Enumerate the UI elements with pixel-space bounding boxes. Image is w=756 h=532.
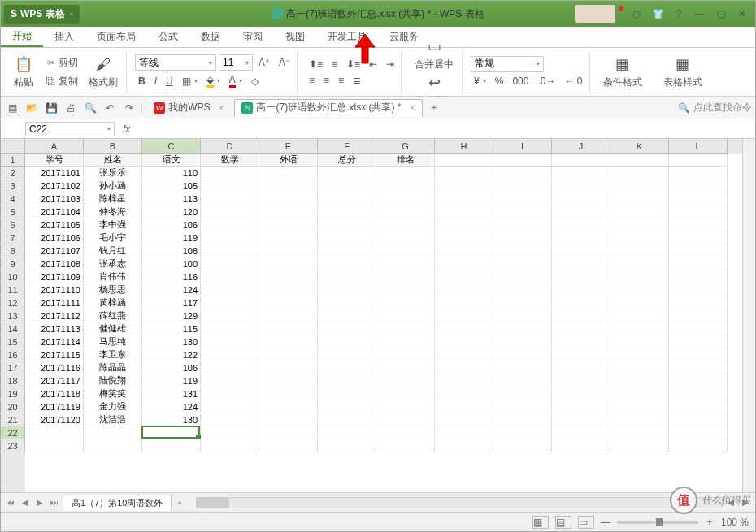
cell[interactable]	[493, 322, 552, 335]
sync-icon[interactable]: ◷	[627, 6, 646, 22]
last-sheet-button[interactable]: ⏭	[48, 496, 61, 509]
cell[interactable]	[552, 335, 610, 348]
cell[interactable]	[669, 192, 728, 205]
cell[interactable]	[201, 270, 259, 283]
cell[interactable]	[259, 192, 318, 205]
cell[interactable]	[318, 400, 376, 413]
cell[interactable]	[259, 167, 318, 179]
cell[interactable]: 总分	[318, 154, 376, 167]
cell[interactable]	[493, 348, 552, 361]
cell[interactable]: 106	[142, 218, 201, 231]
cell[interactable]	[669, 154, 728, 167]
cell[interactable]: 131	[142, 387, 201, 400]
row-header-11[interactable]: 11	[1, 283, 25, 296]
cell[interactable]	[552, 192, 610, 205]
help-icon[interactable]: ?	[669, 6, 689, 22]
cell[interactable]	[435, 270, 493, 283]
row-header-8[interactable]: 8	[1, 244, 25, 257]
cell[interactable]: 120	[142, 205, 201, 218]
merge-center-button[interactable]: ▭合并居中	[410, 37, 458, 71]
cell[interactable]	[259, 179, 318, 192]
copy-button[interactable]: ⿻复制	[41, 73, 81, 90]
row-header-12[interactable]: 12	[1, 296, 25, 309]
align-center-button[interactable]: ≡	[320, 73, 332, 88]
cell[interactable]	[552, 426, 610, 439]
percent-button[interactable]: %	[492, 74, 507, 89]
row-header-3[interactable]: 3	[1, 179, 25, 192]
cell[interactable]	[435, 257, 493, 270]
cell[interactable]	[435, 218, 493, 231]
cell[interactable]	[493, 309, 552, 322]
cell[interactable]	[318, 179, 376, 192]
cell[interactable]	[552, 361, 610, 374]
row-header-5[interactable]: 5	[1, 205, 25, 218]
underline-button[interactable]: U	[163, 74, 176, 89]
maximize-button[interactable]: ▢	[711, 6, 731, 22]
cell[interactable]	[669, 205, 728, 218]
cell[interactable]	[84, 426, 142, 439]
cell[interactable]	[259, 257, 318, 270]
cell[interactable]	[376, 296, 435, 309]
cell[interactable]	[493, 374, 552, 387]
col-header-A[interactable]: A	[25, 139, 84, 154]
row-header-9[interactable]: 9	[1, 257, 25, 270]
horizontal-scrollbar[interactable]	[196, 497, 723, 508]
row-header-6[interactable]: 6	[1, 218, 25, 231]
cell[interactable]	[435, 322, 493, 335]
cell[interactable]: 117	[142, 296, 201, 309]
cell[interactable]	[201, 335, 259, 348]
menu-插入[interactable]: 插入	[43, 27, 85, 47]
row-header-15[interactable]: 15	[1, 335, 25, 348]
cell[interactable]	[552, 167, 610, 179]
select-all-corner[interactable]	[1, 139, 25, 154]
cell[interactable]	[318, 348, 376, 361]
cell[interactable]	[435, 309, 493, 322]
cell[interactable]: 张承志	[84, 257, 142, 270]
cell[interactable]	[610, 296, 669, 309]
cell[interactable]	[493, 179, 552, 192]
cell[interactable]	[493, 283, 552, 296]
cell[interactable]	[669, 167, 728, 179]
cell[interactable]	[201, 218, 259, 231]
fx-button[interactable]: fx	[118, 123, 135, 135]
cell[interactable]: 20171103	[25, 192, 84, 205]
sheet-tab[interactable]: 高1（7）第10周语数外	[63, 495, 172, 511]
cell[interactable]: 20171116	[25, 361, 84, 374]
cell[interactable]	[201, 387, 259, 400]
cell[interactable]	[552, 154, 610, 167]
row-header-20[interactable]: 20	[1, 400, 25, 413]
cell[interactable]	[201, 348, 259, 361]
cell[interactable]: 124	[142, 283, 201, 296]
spreadsheet-grid[interactable]: ABCDEFGHIJKL 123456789101112131415161718…	[1, 139, 755, 492]
cell[interactable]	[493, 205, 552, 218]
cell[interactable]	[435, 387, 493, 400]
cell[interactable]	[201, 167, 259, 179]
user-avatar[interactable]	[575, 5, 615, 23]
cell[interactable]	[259, 309, 318, 322]
cell[interactable]: 金力强	[84, 400, 142, 413]
cell[interactable]: 张乐乐	[84, 167, 142, 179]
cell[interactable]	[669, 231, 728, 244]
cell[interactable]: 20171113	[25, 322, 84, 335]
cell[interactable]	[610, 205, 669, 218]
cell[interactable]	[669, 400, 728, 413]
cell[interactable]: 黄梓涵	[84, 296, 142, 309]
next-sheet-button[interactable]: ▶	[33, 496, 46, 509]
cell[interactable]	[259, 348, 318, 361]
cell[interactable]	[610, 426, 669, 439]
open-icon[interactable]: 📂	[24, 100, 40, 116]
cell[interactable]	[318, 231, 376, 244]
cell[interactable]	[435, 205, 493, 218]
cell[interactable]	[259, 413, 318, 426]
cell[interactable]	[669, 309, 728, 322]
cell[interactable]	[201, 244, 259, 257]
app-logo[interactable]: S WPS 表格 ▾	[4, 5, 80, 24]
row-header-14[interactable]: 14	[1, 322, 25, 335]
cell[interactable]	[25, 439, 84, 452]
cell[interactable]	[259, 400, 318, 413]
preview-icon[interactable]: 🔍	[82, 100, 98, 116]
cell[interactable]	[376, 270, 435, 283]
cell[interactable]	[610, 309, 669, 322]
cell[interactable]	[318, 374, 376, 387]
col-header-I[interactable]: I	[493, 139, 552, 154]
